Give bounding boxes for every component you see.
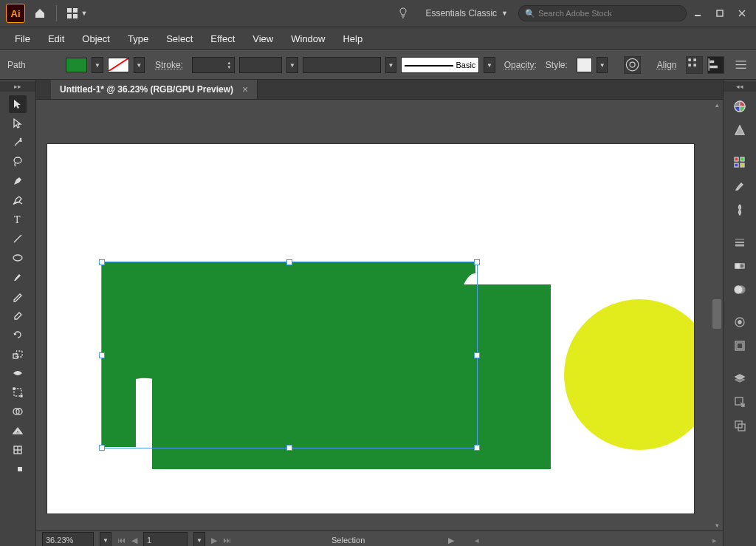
pencil-tool[interactable] [9,287,27,305]
menu-select[interactable]: Select [157,30,202,47]
status-play-icon[interactable]: ▶ [448,536,454,545]
menu-object[interactable]: Object [73,30,119,47]
discover-button[interactable] [393,3,413,24]
symbols-panel-button[interactable] [729,199,750,220]
selection-tool[interactable] [9,95,27,113]
artboard-nav-prev[interactable]: ◀ [131,536,137,545]
artboard-nav-last[interactable]: ⏭ [223,536,231,545]
pen-tool[interactable] [9,172,27,190]
close-tab-button[interactable]: × [242,83,248,95]
window-minimize-button[interactable] [687,4,709,22]
artboard-nav-next[interactable]: ▶ [211,536,217,545]
search-icon: 🔍 [525,9,535,18]
vstroke-dropdown[interactable]: ▼ [286,57,298,73]
svg-rect-16 [709,66,718,69]
menu-window[interactable]: Window [282,30,334,47]
style-dropdown[interactable]: ▼ [597,57,608,73]
direct-selection-tool[interactable] [9,115,27,132]
artboard-nav-first[interactable]: ⏮ [117,536,126,545]
gradient-tool[interactable] [9,460,27,478]
svg-rect-3 [73,14,78,18]
brush-dropdown[interactable]: ▼ [484,57,495,73]
home-button[interactable] [30,3,50,24]
window-close-button[interactable] [731,4,753,22]
align-button-1[interactable] [686,56,703,74]
scale-tool[interactable] [9,345,27,363]
svg-rect-40 [740,157,744,161]
align-button-2[interactable] [707,56,724,74]
hscroll-left[interactable]: ◂ [475,536,479,545]
brush-def-box[interactable] [303,57,381,73]
panel-menu-button[interactable] [733,57,749,73]
artboard-dropdown[interactable]: ▼ [193,532,205,546]
scroll-up-icon[interactable]: ▴ [711,101,723,109]
transparency-panel-button[interactable] [729,279,750,300]
recolor-button[interactable] [624,56,641,74]
stroke-panel-button[interactable] [729,232,750,253]
gradient-panel-button[interactable] [729,256,750,276]
tools-collapse-button[interactable]: ▸▸ [0,81,35,92]
color-panel-button[interactable] [729,96,750,117]
window-maximize-button[interactable] [709,4,731,22]
lasso-tool[interactable] [9,153,27,171]
fill-swatch[interactable] [66,58,87,72]
stroke-swatch[interactable] [108,58,129,72]
ellipse-tool[interactable] [9,249,27,267]
hscroll-right[interactable]: ▸ [712,536,717,545]
menu-view[interactable]: View [244,30,282,47]
zoom-level-input[interactable]: 36.23% [42,532,94,546]
align-label: Align [657,60,677,70]
zoom-dropdown[interactable]: ▼ [100,532,111,546]
curvature-tool[interactable] [9,191,27,209]
asset-export-panel-button[interactable] [729,392,750,412]
arrange-documents-button[interactable]: ▼ [63,3,91,24]
brush-basic-box[interactable]: Basic [401,57,479,73]
yellow-circle[interactable] [564,299,694,450]
color-guide-panel-button[interactable] [729,120,750,140]
magic-wand-tool[interactable] [9,134,27,151]
width-tool[interactable] [9,364,27,382]
vertical-scrollbar[interactable]: ▴ ▾ [711,100,723,530]
document-tab[interactable]: Untitled-1* @ 36.23% (RGB/GPU Preview) × [51,80,258,99]
menu-type[interactable]: Type [119,30,157,47]
rpanel-collapse-button[interactable]: ◂◂ [724,81,756,92]
status-bar: 36.23% ▼ ⏮ ◀ 1 ▼ ▶ ⏭ Selection ▶ ◂ ▸ [36,530,723,546]
swatches-panel-button[interactable] [729,152,750,173]
scroll-thumb[interactable] [712,299,721,329]
brush-line-icon [405,65,453,66]
menu-help[interactable]: Help [334,30,371,47]
artboards-panel-button[interactable] [729,415,750,436]
layers-panel-button[interactable] [729,368,750,389]
line-tool[interactable] [9,230,27,248]
graphic-styles-panel-button[interactable] [729,335,750,356]
title-bar: Ai ▼ Essentials Classic ▼ 🔍 Search Adobe… [0,0,756,27]
artboard [47,144,694,513]
type-tool[interactable]: T [9,211,27,228]
style-swatch[interactable] [577,58,592,72]
menu-file[interactable]: File [6,30,39,47]
menu-bar: File Edit Object Type Select Effect View… [0,27,756,50]
perspective-grid-tool[interactable] [9,422,27,440]
brush-def-dropdown[interactable]: ▼ [385,57,396,73]
artboard-index-input[interactable]: 1 [143,532,188,546]
stroke-dropdown[interactable]: ▼ [134,57,145,73]
appearance-panel-button[interactable] [729,312,750,332]
search-stock-input[interactable]: 🔍 Search Adobe Stock [518,5,687,21]
vstroke-profile[interactable] [239,57,282,73]
scroll-down-icon[interactable]: ▾ [711,522,723,529]
svg-line-8 [109,58,128,71]
canvas[interactable]: ▴ ▾ [36,100,723,530]
stroke-weight-input[interactable]: ▲▼ [192,57,235,73]
shape-builder-tool[interactable] [9,403,27,420]
paintbrush-tool[interactable] [9,268,27,286]
menu-edit[interactable]: Edit [39,30,73,47]
menu-effect[interactable]: Effect [202,30,244,47]
mesh-tool[interactable] [9,441,27,459]
workspace-switcher[interactable]: Essentials Classic ▼ [419,5,514,21]
svg-line-24 [14,235,21,242]
rotate-tool[interactable] [9,326,27,344]
brushes-panel-button[interactable] [729,176,750,197]
free-transform-tool[interactable] [9,383,27,401]
fill-dropdown[interactable]: ▼ [92,57,103,73]
eraser-tool[interactable] [9,307,27,324]
